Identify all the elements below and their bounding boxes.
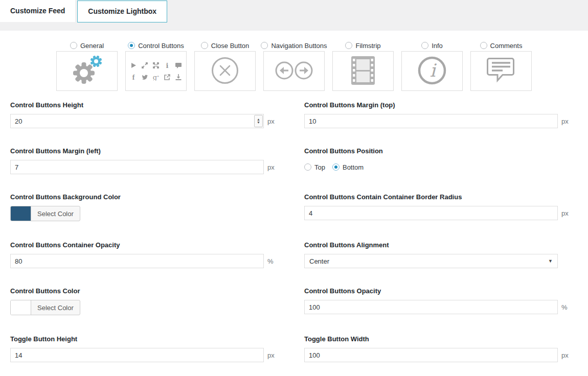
section-control-buttons: Control Buttons i f g+	[125, 40, 187, 91]
radio-icon	[480, 42, 487, 49]
unit-label: px	[561, 351, 570, 359]
field-label: Control Buttons Margin (top)	[304, 101, 570, 109]
field-control-buttons-opacity: Control Buttons Opacity %	[304, 287, 570, 316]
section-radio-close-button[interactable]: Close Button	[194, 40, 256, 51]
field-label: Control Buttons Alignment	[304, 241, 570, 249]
field-toggle-button-height: Toggle Button Height px	[10, 335, 276, 362]
radio-icon	[421, 42, 428, 49]
field-label: Toggle Button Height	[10, 335, 276, 343]
section-navigation-buttons: Navigation Buttons	[263, 40, 325, 91]
field-label: Toggle Button Width	[304, 335, 570, 343]
section-info: Info i	[401, 40, 463, 91]
section-radio-info[interactable]: Info	[401, 40, 463, 51]
toggle-button-height-input[interactable]	[10, 348, 264, 362]
alignment-select[interactable]: Center ▼	[304, 254, 558, 268]
section-box-control-buttons[interactable]: i f g+	[125, 51, 187, 91]
filmstrip-icon	[351, 56, 375, 87]
nav-arrows-icon	[274, 60, 314, 82]
select-color-label: Select Color	[31, 206, 80, 221]
field-control-buttons-alignment: Control Buttons Alignment Center ▼	[304, 241, 570, 268]
toggle-button-width-input[interactable]	[304, 348, 558, 362]
svg-text:+: +	[157, 74, 160, 79]
gears-icon	[70, 55, 104, 87]
section-box-info[interactable]: i	[401, 51, 463, 91]
googleplus-icon: g+	[152, 74, 160, 81]
section-label: Close Button	[211, 42, 249, 50]
close-circle-icon	[211, 56, 239, 86]
spinner-down-icon[interactable]: ▼	[257, 121, 260, 124]
select-color-label: Select Color	[31, 300, 80, 315]
svg-text:f: f	[132, 74, 135, 81]
tab-customize-feed[interactable]: Customize Feed	[0, 0, 75, 22]
section-radio-general[interactable]: General	[56, 40, 118, 51]
position-top-radio[interactable]: Top	[304, 163, 325, 171]
radio-icon	[128, 42, 135, 49]
control-buttons-margin-left-input[interactable]	[10, 160, 264, 174]
facebook-icon: f	[130, 74, 137, 81]
section-label: Info	[432, 42, 443, 50]
section-box-navigation-buttons[interactable]	[263, 51, 325, 91]
field-label: Control Buttons Height	[10, 101, 276, 109]
tab-customize-lightbox[interactable]: Customize Lightbox	[77, 1, 167, 22]
tab-bar: Customize Feed Customize Lightbox	[0, 0, 588, 31]
lightbox-settings-panel: General	[0, 31, 588, 376]
container-opacity-input[interactable]	[10, 254, 264, 268]
radio-icon	[332, 163, 340, 171]
position-bottom-radio[interactable]: Bottom	[332, 163, 364, 171]
radio-option-label: Bottom	[343, 163, 364, 171]
selected-option-label: Center	[309, 257, 329, 265]
background-color-picker-button[interactable]: Select Color	[10, 206, 80, 221]
info-circle-icon: i	[417, 56, 447, 87]
section-comments: Comments	[470, 40, 532, 91]
color-swatch	[11, 300, 31, 315]
unit-label: px	[267, 163, 276, 171]
section-box-comments[interactable]	[470, 51, 532, 91]
radio-icon	[261, 42, 268, 49]
section-label: Navigation Buttons	[271, 42, 327, 50]
section-label: Filmstrip	[355, 42, 380, 50]
section-radio-comments[interactable]: Comments	[470, 40, 532, 51]
container-border-radius-input[interactable]	[304, 206, 558, 220]
play-icon	[130, 62, 137, 69]
field-control-buttons-margin-top: Control Buttons Margin (top) px	[304, 101, 570, 128]
section-box-general[interactable]	[56, 51, 118, 91]
unit-label: %	[267, 257, 276, 265]
section-label: Control Buttons	[138, 42, 184, 50]
radio-option-label: Top	[314, 163, 325, 171]
svg-text:i: i	[429, 60, 437, 81]
section-label: General	[80, 42, 104, 50]
section-box-close-button[interactable]	[194, 51, 256, 91]
unit-label: px	[561, 209, 570, 217]
unit-label: %	[561, 303, 570, 311]
control-buttons-margin-top-input[interactable]	[304, 114, 558, 128]
section-general: General	[56, 40, 118, 91]
section-radio-navigation-buttons[interactable]: Navigation Buttons	[263, 40, 325, 51]
field-label: Control Buttons Background Color	[10, 193, 276, 201]
section-label: Comments	[490, 42, 523, 50]
fullscreen-icon	[152, 62, 160, 69]
section-filmstrip: Filmstrip	[332, 40, 394, 91]
unit-label: px	[561, 118, 570, 125]
field-control-buttons-height: Control Buttons Height ▲▼ px	[10, 101, 276, 128]
section-radio-filmstrip[interactable]: Filmstrip	[332, 40, 394, 51]
field-label: Control Buttons Container Opacity	[10, 241, 276, 249]
unit-label: px	[267, 118, 276, 125]
buttons-color-picker-button[interactable]: Select Color	[10, 300, 80, 315]
control-buttons-height-input[interactable]	[10, 114, 264, 128]
external-link-icon	[164, 74, 171, 81]
section-radio-control-buttons[interactable]: Control Buttons	[125, 40, 187, 51]
field-control-buttons-container-opacity: Control Buttons Container Opacity %	[10, 241, 276, 268]
field-label: Control Buttons Opacity	[304, 287, 570, 295]
section-selector: General	[0, 40, 588, 91]
number-spinner[interactable]: ▲▼	[254, 115, 263, 127]
buttons-opacity-input[interactable]	[304, 300, 558, 314]
field-control-buttons-position: Control Buttons Position Top Bottom	[304, 147, 570, 174]
download-icon	[175, 74, 182, 81]
field-toggle-button-width: Toggle Button Width px	[304, 335, 570, 362]
twitter-icon	[141, 74, 148, 81]
radio-icon	[345, 42, 352, 49]
section-box-filmstrip[interactable]	[332, 51, 394, 91]
field-control-buttons-container-border-radius: Control Buttons Contain Container Border…	[304, 193, 570, 222]
svg-text:i: i	[166, 62, 169, 69]
field-label: Control Buttons Contain Container Border…	[304, 193, 570, 201]
